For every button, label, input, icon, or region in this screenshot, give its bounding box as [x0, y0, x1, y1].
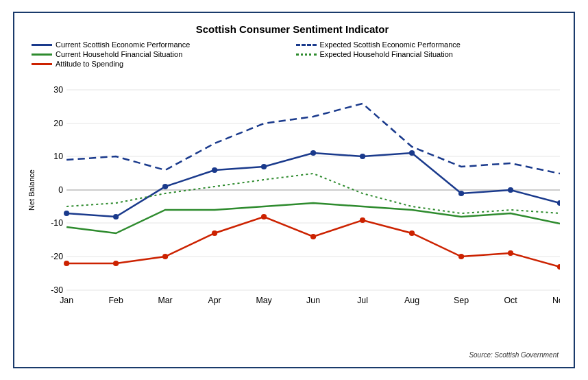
y-axis-label: Net Balance [25, 73, 38, 307]
legend-line-1 [32, 44, 52, 46]
svg-point-25 [64, 261, 69, 266]
legend-item-2: Expected Scottish Economic Performance [296, 40, 554, 49]
svg-text:Feb: Feb [108, 296, 123, 305]
svg-point-17 [212, 167, 217, 173]
svg-text:10: 10 [53, 152, 63, 161]
svg-text:Mar: Mar [158, 296, 172, 305]
svg-text:0: 0 [58, 185, 63, 195]
legend: Current Scottish Economic Performance Ex… [25, 40, 560, 68]
legend-label-2: Expected Scottish Economic Performance [320, 40, 461, 49]
svg-text:30: 30 [53, 85, 63, 95]
svg-point-31 [360, 217, 365, 223]
svg-point-19 [310, 150, 316, 156]
chart-container: Scottish Consumer Sentiment Indicator Cu… [13, 12, 575, 368]
svg-point-20 [360, 154, 365, 159]
svg-point-32 [409, 230, 415, 236]
legend-item-4: Expected Household Financial Situation [296, 50, 554, 58]
svg-point-27 [162, 254, 168, 259]
svg-text:May: May [256, 296, 272, 305]
legend-label-3: Current Household Financial Situation [56, 50, 182, 58]
legend-label-4: Expected Household Financial Situation [320, 50, 453, 58]
svg-point-15 [113, 214, 119, 219]
svg-point-30 [310, 234, 316, 239]
svg-point-14 [64, 211, 69, 216]
svg-text:-20: -20 [51, 252, 63, 261]
svg-point-28 [212, 230, 217, 236]
legend-label-5: Attitude to Spending [56, 60, 123, 68]
svg-point-22 [458, 191, 464, 196]
svg-point-29 [261, 214, 267, 219]
svg-point-18 [261, 164, 267, 169]
source-text: Source: Scottish Government [469, 351, 559, 359]
legend-line-4 [296, 54, 317, 56]
svg-text:-10: -10 [51, 218, 63, 228]
svg-text:Sep: Sep [454, 296, 469, 305]
svg-point-24 [557, 200, 560, 206]
svg-point-35 [557, 264, 560, 270]
legend-line-3 [32, 54, 52, 56]
svg-text:Oct: Oct [504, 296, 517, 305]
legend-line-2 [296, 44, 317, 46]
chart-title: Scottish Consumer Sentiment Indicator [25, 23, 560, 35]
svg-text:Apr: Apr [208, 296, 221, 305]
legend-line-5 [32, 63, 52, 65]
legend-label-1: Current Scottish Economic Performance [56, 40, 190, 49]
svg-text:Nov: Nov [552, 296, 560, 305]
svg-point-16 [162, 184, 168, 189]
svg-point-23 [508, 187, 513, 193]
svg-text:20: 20 [53, 119, 63, 128]
svg-text:Jul: Jul [357, 296, 368, 305]
svg-point-21 [409, 150, 415, 156]
svg-point-26 [113, 261, 119, 266]
svg-point-33 [458, 254, 464, 259]
svg-text:Jan: Jan [60, 296, 73, 305]
legend-item-5: Attitude to Spending [32, 60, 289, 68]
svg-point-34 [508, 250, 513, 256]
legend-item-3: Current Household Financial Situation [32, 50, 289, 58]
chart-svg: 30 20 10 0 -10 -20 -30 [38, 73, 560, 307]
svg-text:Aug: Aug [404, 296, 419, 305]
legend-item-1: Current Scottish Economic Performance [32, 40, 289, 49]
svg-text:Jun: Jun [306, 296, 320, 305]
svg-text:-30: -30 [51, 285, 63, 295]
